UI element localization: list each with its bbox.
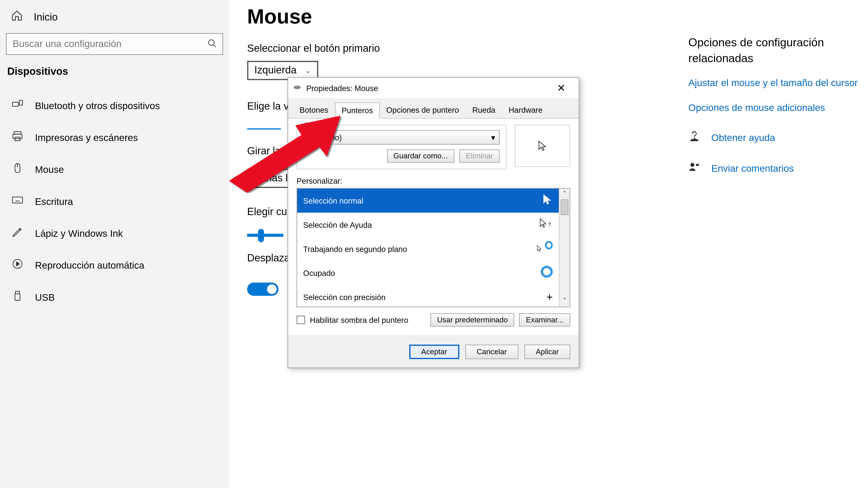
svg-rect-3 [14, 132, 21, 134]
scheme-value: (Ninguno) [307, 133, 342, 142]
tab-punteros[interactable]: Punteros [335, 102, 379, 119]
printer-icon [11, 130, 24, 145]
list-item-label: Trabajando en segundo plano [303, 244, 407, 253]
sidebar-item-usb[interactable]: USB [0, 281, 229, 313]
dialog-titlebar[interactable]: Propiedades: Mouse ✕ [288, 78, 579, 98]
search-input[interactable] [6, 33, 223, 55]
feedback-row[interactable]: Enviar comentarios [688, 161, 863, 176]
shadow-label: Habilitar sombra del puntero [310, 315, 408, 324]
scheme-legend: ma [302, 120, 317, 128]
search-field[interactable] [6, 39, 202, 50]
apply-button[interactable]: Aplicar [524, 345, 570, 359]
mouse-icon [11, 162, 24, 177]
list-item[interactable]: Selección de Ayuda ? [297, 213, 559, 237]
chevron-down-icon: ⌄ [305, 66, 311, 74]
cancel-button[interactable]: Cancelar [465, 345, 518, 359]
svg-rect-1 [12, 102, 19, 106]
sidebar-item-label: Lápiz y Windows Ink [35, 228, 123, 239]
browse-button[interactable]: Examinar... [519, 313, 570, 327]
keyboard-icon [11, 194, 24, 209]
cursor-preview [515, 125, 570, 167]
usb-icon [11, 290, 24, 305]
list-item-label: Selección normal [303, 196, 363, 205]
list-item[interactable]: Trabajando en segundo plano [297, 237, 559, 261]
settings-sidebar: Inicio Dispositivos Bluetooth y otros di… [0, 0, 229, 488]
sidebar-item-mouse[interactable]: Mouse [0, 154, 229, 186]
mouse-dialog-icon [293, 84, 301, 92]
lines-slider[interactable] [247, 234, 283, 237]
primary-button-label: Seleccionar el botón primario [247, 43, 675, 55]
sidebar-item-label: Mouse [35, 164, 64, 175]
feedback-link[interactable]: Enviar comentarios [711, 163, 794, 174]
tab-botones[interactable]: Botones [293, 102, 335, 118]
ok-button[interactable]: Aceptar [409, 345, 459, 359]
sidebar-item-label: Escritura [35, 196, 73, 207]
autoplay-icon [11, 258, 24, 273]
list-item[interactable]: Selección con precisión + [297, 285, 559, 306]
scroll-up-button[interactable]: ˄ [559, 189, 569, 199]
list-item[interactable]: Ocupado [297, 261, 559, 285]
sidebar-item-label: Impresoras y escáneres [35, 132, 138, 143]
home-label: Inicio [34, 11, 58, 23]
category-title: Dispositivos [0, 66, 229, 90]
dropdown-value: Izquierda [254, 64, 297, 76]
sidebar-item-pen[interactable]: Lápiz y Windows Ink [0, 218, 229, 250]
scheme-select[interactable]: (Ninguno) ▾ [303, 130, 500, 144]
related-settings: Opciones de configuración relacionadas A… [688, 35, 863, 176]
home-icon [11, 10, 23, 25]
svg-point-11 [690, 163, 694, 167]
list-item-label: Selección de Ayuda [303, 220, 372, 229]
cursor-working-icon [536, 244, 553, 254]
sidebar-item-label: Reproducción automática [35, 260, 145, 271]
use-default-button[interactable]: Usar predeterminado [430, 313, 515, 327]
save-as-button[interactable]: Guardar como... [387, 149, 455, 163]
home-nav[interactable]: Inicio [0, 6, 229, 33]
bluetooth-icon [11, 98, 24, 113]
get-help-link[interactable]: Obtener ayuda [711, 132, 775, 143]
help-icon [688, 130, 702, 145]
list-item-label: Selección con precisión [303, 293, 385, 302]
svg-text:?: ? [548, 221, 551, 227]
svg-rect-2 [20, 100, 22, 105]
svg-point-0 [209, 39, 214, 45]
tab-hardware[interactable]: Hardware [502, 102, 549, 118]
related-title: Opciones de configuración relacionadas [688, 35, 863, 66]
sidebar-item-bluetooth[interactable]: Bluetooth y otros dispositivos [0, 90, 229, 122]
cursor-normal-icon [536, 194, 553, 207]
dialog-tabs: Botones Punteros Opciones de puntero Rue… [288, 98, 579, 119]
get-help-row[interactable]: Obtener ayuda [688, 130, 863, 145]
cursor-listbox[interactable]: Selección normal Selección de Ayuda ? Tr… [297, 188, 570, 307]
cursor-busy-icon [536, 265, 553, 281]
sidebar-item-printers[interactable]: Impresoras y escáneres [0, 122, 229, 154]
link-additional-mouse[interactable]: Opciones de mouse adicionales [688, 101, 863, 115]
cursor-precision-icon: + [536, 291, 553, 303]
scroll-track[interactable] [559, 199, 569, 296]
sidebar-item-label: Bluetooth y otros dispositivos [35, 100, 160, 111]
feedback-icon [688, 161, 702, 176]
delete-button: Eliminar [459, 149, 500, 163]
svg-rect-9 [16, 291, 20, 294]
dropdown-value: Varias l [254, 172, 288, 184]
link-cursor-size[interactable]: Ajustar el mouse y el tamaño del cursor [688, 76, 863, 90]
scroll-toggle[interactable] [247, 283, 278, 296]
listbox-scrollbar[interactable]: ˄ ˅ [559, 189, 569, 307]
tab-rueda[interactable]: Rueda [466, 102, 502, 118]
close-button[interactable]: ✕ [549, 82, 574, 94]
cursor-help-icon: ? [536, 217, 553, 232]
search-icon [202, 38, 222, 50]
page-title: Mouse [247, 0, 675, 43]
sidebar-item-autoplay[interactable]: Reproducción automática [0, 250, 229, 281]
chevron-down-icon: ▾ [491, 133, 495, 142]
mouse-properties-dialog: Propiedades: Mouse ✕ Botones Punteros Op… [287, 77, 579, 368]
tab-opciones-puntero[interactable]: Opciones de puntero [379, 102, 466, 118]
pen-icon [11, 226, 24, 241]
svg-rect-4 [13, 134, 22, 139]
shadow-checkbox[interactable] [297, 316, 305, 324]
svg-point-12 [293, 86, 301, 89]
dialog-footer: Aceptar Cancelar Aplicar [288, 335, 579, 367]
list-item[interactable]: Selección normal [297, 189, 559, 213]
sidebar-item-typing[interactable]: Escritura [0, 186, 229, 217]
scroll-down-button[interactable]: ˅ [559, 296, 569, 306]
scroll-thumb[interactable] [561, 199, 568, 215]
speed-indicator [247, 128, 281, 129]
